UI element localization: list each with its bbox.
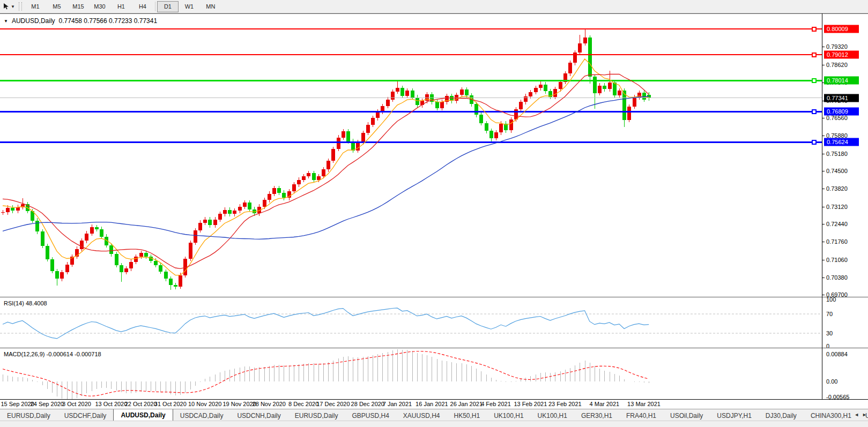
macd-chart[interactable] [0, 349, 822, 399]
chart-title: ▼ AUDUSD,Daily 0.77458 0.77566 0.77233 0… [4, 17, 157, 25]
tab-fra40-h1[interactable]: FRA40,H1 [619, 410, 663, 421]
timeframe-button-d1[interactable]: D1 [157, 1, 179, 12]
tab-hk50-h1[interactable]: HK50,H1 [447, 410, 487, 421]
tab-xauusd-h4[interactable]: XAUUSD,H4 [396, 410, 447, 421]
price-badge: 0.76809 [824, 108, 859, 116]
timeframe-toolbar: ▼ M1M5M15M30H1H4D1W1MN [0, 0, 868, 13]
timeframe-button-h4[interactable]: H4 [132, 1, 153, 12]
date-label: 24 Sep 2020 [31, 401, 64, 407]
toolbar-separator [155, 2, 155, 11]
trading-terminal-window: ▼ M1M5M15M30H1H4D1W1MN ▼ AUDUSD,Daily 0.… [0, 0, 868, 427]
price-badge: 0.77341 [824, 94, 859, 102]
date-label: 15 Sep 2020 [1, 401, 34, 407]
rsi-axis-label: 100 [826, 296, 836, 303]
timeframe-button-m15[interactable]: M15 [68, 1, 89, 12]
candlestick-chart[interactable] [0, 14, 822, 297]
tab-ger30-h1[interactable]: GER30,H1 [574, 410, 619, 421]
hline-objects[interactable] [0, 27, 822, 144]
axis-tick-label: 0.70380 [826, 274, 848, 281]
tab-usoil-daily[interactable]: USOil,Daily [663, 410, 710, 421]
timeframe-button-m30[interactable]: M30 [89, 1, 110, 12]
date-label: 7 Jan 2021 [383, 401, 412, 407]
axis-tick-label: 0.74500 [826, 168, 848, 174]
axis-tick [822, 118, 825, 118]
status-strip [0, 421, 868, 427]
axis-tick-label: 0.72440 [826, 221, 848, 227]
tab-eurusd-daily[interactable]: EURUSD,Daily [0, 410, 57, 421]
axis-tick [822, 171, 825, 171]
macd-panel[interactable]: MACD(12,26,9) -0.000614 -0.000718 [0, 349, 822, 399]
timeframe-button-h1[interactable]: H1 [110, 1, 132, 12]
chart-tab-bar: EURUSD,DailyUSDCHF,DailyAUDUSD,DailyUSDC… [0, 409, 868, 421]
toolbar-grip[interactable] [19, 2, 22, 11]
rsi-axis[interactable]: 10070300 [822, 298, 868, 347]
axis-tick [822, 189, 825, 189]
tab-gbpusd-h4[interactable]: GBPUSD,H4 [345, 410, 396, 421]
tab-scroll-right-icon[interactable]: ► [862, 411, 867, 418]
timeframe-button-mn[interactable]: MN [200, 1, 221, 12]
price-axis[interactable]: 0.793200.786200.779400.772400.765600.758… [822, 14, 868, 297]
date-label: 23 Feb 2021 [548, 401, 582, 407]
rsi-axis-label: 70 [826, 311, 833, 317]
tab-usdcnh-daily[interactable]: USDCNH,Daily [230, 410, 287, 421]
macd-signal-line [3, 351, 649, 396]
price-badge: 0.79012 [824, 51, 859, 59]
tab-usdcad-daily[interactable]: USDCAD,Daily [173, 410, 231, 421]
date-label: 28 Dec 2020 [351, 401, 384, 407]
tab-eurusd-daily[interactable]: EURUSD,Daily [288, 410, 345, 421]
cursor-tool-button[interactable]: ▼ [1, 1, 17, 12]
axis-tick [822, 65, 825, 65]
rsi-chart[interactable] [0, 298, 822, 347]
axis-tick [822, 224, 825, 224]
panel-splitter[interactable] [0, 297, 868, 297]
date-label: 4 Feb 2021 [481, 401, 511, 407]
main-chart-panel[interactable]: ▼ AUDUSD,Daily 0.77458 0.77566 0.77233 0… [0, 14, 822, 297]
tab-usdchf-daily[interactable]: USDCHF,Daily [57, 410, 114, 421]
axis-tick-label: 0.73820 [826, 185, 848, 192]
axis-tick [822, 278, 825, 278]
axis-tick-label: 0.78620 [826, 62, 848, 68]
panel-splitter-2[interactable] [0, 348, 868, 348]
date-label: 28 Nov 2020 [253, 401, 286, 407]
chevron-down-icon: ▼ [11, 4, 15, 9]
date-label: 16 Jan 2021 [416, 401, 448, 407]
price-badge: 0.75624 [824, 138, 859, 146]
timeframe-button-m5[interactable]: M5 [46, 1, 68, 12]
tab-uk100-h1[interactable]: UK100,H1 [487, 410, 530, 421]
tab-uk100-h1[interactable]: UK100,H1 [531, 410, 574, 421]
date-axis[interactable]: 15 Sep 202024 Sep 20203 Oct 202013 Oct 2… [0, 400, 822, 409]
axis-tick-label: 0.79320 [826, 43, 848, 50]
chart-ohlc-values: 0.77458 0.77566 0.77233 0.77341 [59, 17, 158, 25]
date-label: 4 Mar 2021 [590, 401, 620, 407]
axis-tick-label: 0.76560 [826, 115, 848, 121]
symbol-dropdown-icon[interactable]: ▼ [4, 19, 8, 24]
date-label: 10 Nov 2020 [188, 401, 221, 407]
date-label: 26 Jan 2021 [450, 401, 483, 407]
date-label: 19 Nov 2020 [222, 401, 256, 407]
tab-audusd-daily[interactable]: AUDUSD,Daily [113, 409, 173, 421]
date-label: 17 Dec 2020 [316, 401, 350, 407]
price-badge: 0.78014 [824, 77, 859, 85]
macd-axis[interactable]: 0.008840.00-0.00565 [822, 349, 868, 399]
timeframe-button-m1[interactable]: M1 [25, 1, 46, 12]
rsi-panel[interactable]: RSI(14) 48.4008 [0, 298, 822, 347]
chart-symbol-label: AUDUSD,Daily [12, 17, 55, 25]
tab-dj30-daily[interactable]: DJ30,Daily [759, 410, 804, 421]
axis-tick [822, 242, 825, 242]
axis-tick-label: 0.71060 [826, 257, 848, 263]
axis-tick [822, 136, 825, 136]
tab-china300-h1[interactable]: CHINA300,H1 [804, 410, 858, 421]
tab-usdjpy-h1[interactable]: USDJPY,H1 [710, 410, 758, 421]
tab-scroll-left-icon[interactable]: ◄ [854, 411, 859, 418]
tab-scroll-controls: ◄ ► [854, 411, 867, 418]
ma-slow-line [3, 96, 649, 239]
rsi-axis-label: 30 [826, 330, 833, 336]
axis-tick [822, 207, 825, 207]
date-label: 8 Dec 2020 [288, 401, 318, 407]
rsi-line [3, 308, 649, 339]
axis-tick [822, 260, 825, 260]
price-axis-border [822, 13, 822, 400]
rsi-label: RSI(14) 48.4008 [4, 300, 47, 306]
date-label: 22 Oct 2020 [125, 401, 157, 407]
timeframe-button-w1[interactable]: W1 [179, 1, 200, 12]
